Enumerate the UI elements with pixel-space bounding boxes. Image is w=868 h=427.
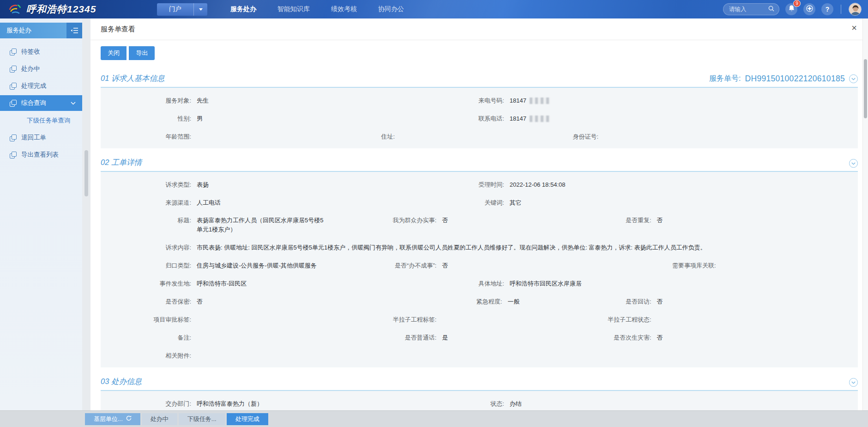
field-item-lib-relation: 需要事项库关联: [583, 261, 850, 270]
field-label: 相关附件: [109, 351, 191, 360]
sidebar-item-label: 下级任务单查询 [27, 116, 71, 125]
field-keyword: 关键词: 其它 [435, 198, 850, 207]
footer-tab-label: 处理完成 [235, 415, 259, 423]
field-value: 表扬富泰热力工作人员（回民区水岸康居5号楼5单元1楼东户） [197, 216, 324, 234]
footer-tab-label: 下级任务... [187, 415, 217, 423]
field-is-mandarin: 是否普通话: 是 [368, 333, 583, 342]
field-value: 否 [657, 333, 663, 342]
help-button[interactable]: ? [821, 3, 833, 15]
document-icon [10, 66, 17, 73]
sidebar-header: 服务处办 [0, 23, 82, 38]
form-row: 诉求内容: 市民表扬: 供暖地址: 回民区水岸康居5号楼5单元1楼东户，供暖阀门… [101, 238, 858, 256]
portal-button[interactable]: 门户 [157, 3, 207, 16]
field-id-number: 身份证号: [516, 132, 720, 141]
redacted-blur [530, 116, 550, 122]
section-header: 03 处办信息 [101, 377, 858, 391]
sidebar-item-returned-orders[interactable]: 退回工单 [0, 130, 82, 146]
field-urgency: 紧急程度: 一般 [368, 297, 583, 306]
field-label: 年龄范围: [109, 132, 191, 141]
section-title: 01 诉求人基本信息 [101, 73, 164, 84]
sidebar-item-label: 导出查看列表 [21, 151, 59, 159]
refresh-icon[interactable] [126, 415, 132, 422]
form-row: 事件发生地: 呼和浩特市-回民区 具体地址: 呼和浩特市回民区水岸康居 [101, 274, 858, 293]
global-search[interactable] [723, 3, 779, 15]
search-input[interactable] [728, 6, 766, 13]
content-header: 服务单查看 [90, 18, 868, 40]
sidebar-scroll-thumb[interactable] [84, 150, 88, 196]
order-number-group: 服务单号: DH9915010022120610185 [709, 74, 858, 84]
field-label: 住址: [313, 132, 395, 141]
field-label: 半拉子工程标签: [368, 315, 436, 324]
footer-tab-subordinate-task[interactable]: 下级任务... [179, 413, 225, 425]
sidebar-collapse-icon[interactable] [66, 23, 82, 38]
order-number-label: 服务单号: [709, 74, 741, 84]
sidebar-item-export-list[interactable]: 导出查看列表 [0, 147, 82, 163]
form-row: 年龄范围: 住址: 身份证号: [101, 128, 858, 146]
field-label: 是否重复: [583, 216, 651, 225]
notification-bell[interactable]: 9 [785, 3, 797, 15]
close-button[interactable]: 关闭 [101, 46, 127, 60]
nav-item-service-handling[interactable]: 服务处办 [230, 5, 256, 13]
field-is-secondary-disaster: 是否次生灾害: 否 [583, 333, 850, 342]
sidebar-scroll-track [82, 18, 90, 410]
field-label: 具体地址: [435, 279, 504, 288]
section-applicant-info: 01 诉求人基本信息 服务单号: DH9915010022120610185 服… [101, 73, 858, 148]
sidebar-item-label: 综合查询 [21, 99, 46, 107]
notification-badge: 9 [793, 0, 801, 7]
chevron-down-icon[interactable] [193, 3, 207, 16]
field-label: 归口类型: [109, 261, 191, 270]
section-collapse-icon[interactable] [849, 378, 858, 387]
order-number: DH9915010022120610185 [745, 74, 845, 84]
field-label: 项目审批标签: [109, 315, 191, 324]
field-label: 是否“办不成事”: [368, 261, 436, 270]
close-icon[interactable]: × [851, 23, 857, 32]
field-label: 联系电话: [435, 114, 504, 123]
field-is-secret: 是否保密: 否 [109, 297, 368, 306]
field-label: 来源渠道: [109, 198, 191, 207]
navigation-compass-button[interactable] [803, 3, 815, 15]
logo-icon [8, 2, 22, 16]
field-caller-number: 来电号码: 18147 [435, 96, 850, 105]
user-avatar[interactable] [849, 3, 862, 16]
field-value: 2022-12-06 18:54:08 [510, 180, 566, 189]
field-value: 住房与城乡建设-公共服务-供暖-其他供暖服务 [197, 261, 317, 270]
footer-tab-base-units[interactable]: 基层单位... [85, 413, 140, 425]
page-title: 服务单查看 [101, 25, 135, 34]
search-icon[interactable] [768, 5, 774, 13]
field-label: 来电号码: [435, 96, 504, 105]
sidebar-item-label: 退回工单 [21, 134, 46, 142]
field-cannot-do: 是否“办不成事”: 否 [368, 261, 583, 270]
sidebar-item-pending-sign[interactable]: 待签收 [0, 44, 82, 60]
section-collapse-icon[interactable] [849, 159, 858, 168]
field-value: 男 [197, 114, 203, 123]
sidebar-item-completed[interactable]: 处理完成 [0, 78, 82, 94]
section-header: 01 诉求人基本信息 服务单号: DH9915010022120610185 [101, 73, 858, 88]
footer-tab-completed[interactable]: 处理完成 [227, 413, 268, 425]
sidebar-item-in-progress[interactable]: 处办中 [0, 61, 82, 77]
export-button[interactable]: 导出 [129, 46, 155, 60]
footer-tab-in-progress[interactable]: 处办中 [142, 413, 177, 425]
content-scrollbar-thumb[interactable] [864, 59, 867, 118]
nav-item-collaboration[interactable]: 协同办公 [378, 5, 404, 13]
footer-tab-bar: 基层单位... 处办中 下级任务... 处理完成 [0, 410, 868, 427]
nav-item-performance[interactable]: 绩效考核 [331, 5, 357, 13]
nav-item-knowledge-base[interactable]: 智能知识库 [277, 5, 310, 13]
field-value: 18147 [510, 114, 526, 123]
field-value: 呼和浩特富泰热力（新） [197, 399, 263, 409]
bell-icon [788, 5, 795, 14]
field-value: 否 [657, 297, 663, 306]
section-collapse-icon[interactable] [849, 74, 858, 83]
app-logo: 呼和浩特12345 [0, 2, 119, 16]
field-is-duplicate: 是否重复: 否 [583, 216, 850, 225]
navbar-right-cluster: 9 ? [723, 3, 868, 16]
field-address: 住址: [313, 132, 516, 141]
sidebar-item-label: 处办中 [21, 65, 40, 73]
sidebar-subitem-subordinate-task-query[interactable]: 下级任务单查询 [0, 112, 82, 129]
field-value: 否 [442, 216, 448, 225]
field-remark: 备注: [109, 333, 368, 342]
field-label: 状态: [435, 399, 504, 409]
sidebar-item-comprehensive-query[interactable]: 综合查询 [0, 95, 82, 111]
content-scrollbar[interactable] [862, 18, 868, 410]
form-row: 标题: 表扬富泰热力工作人员（回民区水岸康居5号楼5单元1楼东户） 我为群众办实… [101, 212, 858, 238]
form-row: 服务对象: 先生 来电号码: 18147 [101, 92, 858, 110]
